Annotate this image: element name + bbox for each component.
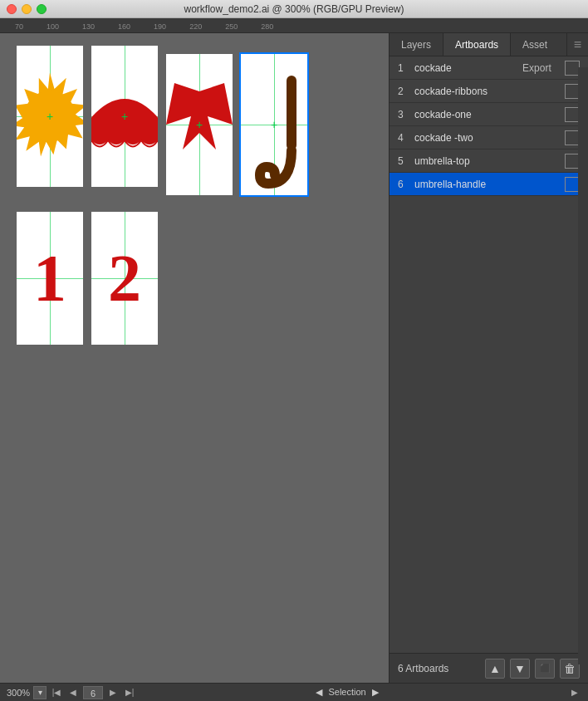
list-item-1[interactable]: 1 cockade [390, 56, 588, 80]
tab-layers[interactable]: Layers [390, 33, 443, 56]
list-item-3[interactable]: 3 cockade-one [390, 103, 588, 126]
move-up-button[interactable]: ▲ [485, 659, 505, 679]
bottom-right-controls: ▶ [558, 686, 581, 699]
last-artboard-button[interactable]: ▶| [123, 686, 136, 699]
close-button[interactable] [7, 4, 17, 14]
next-artboard-button[interactable]: ▶ [106, 686, 120, 699]
status-arrow-right[interactable]: ▶ [372, 687, 379, 697]
titlebar: workflow_demo2.ai @ 300% (RGB/GPU Previe… [0, 0, 588, 18]
artboard-number-display[interactable]: 6 [83, 686, 103, 699]
selection-label: ◀ Selection ▶ [140, 687, 555, 698]
maximize-button[interactable] [37, 4, 47, 14]
artboard-count: 6 Artboards [398, 663, 480, 674]
tab-artboards[interactable]: Artboards [443, 33, 511, 56]
artboard-cockade[interactable]: + [17, 46, 83, 187]
tab-asset-export[interactable]: Asset Export [511, 33, 567, 56]
crosshair-center: + [121, 110, 128, 122]
artboard-umbrella-top[interactable]: + [91, 46, 158, 187]
first-artboard-button[interactable]: |◀ [50, 686, 63, 699]
crosshair-center: + [196, 119, 203, 130]
artboard-cockade-one[interactable]: 1 [17, 212, 83, 345]
right-panel: Layers Artboards Asset Export ≡ 1 cockad… [389, 33, 588, 683]
move-down-button[interactable]: ▼ [510, 659, 530, 679]
prev-artboard-button[interactable]: ◀ [66, 686, 80, 699]
umbrella-top-svg [91, 74, 158, 174]
svg-rect-4 [287, 76, 296, 150]
status-arrow-left[interactable]: ◀ [316, 687, 322, 697]
panel-footer: 6 Artboards ▲ ▼ ⬛ 🗑 [390, 653, 588, 683]
artboard-list: 1 cockade 2 cockade-ribbons 3 cockade-on… [390, 56, 588, 653]
list-item-4[interactable]: 4 cockade -two [390, 126, 588, 150]
zoom-value: 300% [7, 688, 30, 698]
artboard-umbrella-handle[interactable]: + [241, 54, 307, 195]
ruler-top: 70 100 130 160 190 220 250 280 [0, 18, 588, 33]
panel-menu-icon[interactable]: ≡ [567, 33, 588, 56]
options-button[interactable]: ⬛ [535, 659, 555, 679]
delete-button[interactable]: 🗑 [560, 659, 580, 679]
right-scrollbar[interactable] [578, 67, 588, 664]
scroll-right-button[interactable]: ▶ [568, 686, 581, 699]
panel-tabs: Layers Artboards Asset Export ≡ [390, 33, 588, 56]
number-one: 1 [33, 241, 66, 316]
window-title: workflow_demo2.ai @ 300% (RGB/GPU Previe… [184, 3, 404, 15]
artboards-grid: + + [17, 42, 380, 353]
traffic-lights [7, 4, 47, 14]
list-item-6[interactable]: 6 umbrella-handle [390, 173, 588, 196]
zoom-display: 300% ▾ [7, 686, 47, 699]
number-two: 2 [108, 241, 141, 316]
zoom-dropdown-button[interactable]: ▾ [33, 686, 47, 699]
crosshair-center: + [271, 119, 277, 130]
svg-marker-3 [199, 83, 233, 150]
selection-text: Selection [328, 687, 365, 697]
handle-svg [252, 76, 307, 192]
canvas-area[interactable]: + + [0, 33, 389, 683]
crosshair-center: + [47, 110, 53, 122]
artboard-cockade-two[interactable]: 2 [91, 212, 158, 345]
bottom-bar: 300% ▾ |◀ ◀ 6 ▶ ▶| ◀ Selection ▶ ▶ [0, 683, 588, 701]
list-item-2[interactable]: 2 cockade-ribbons [390, 80, 588, 103]
minimize-button[interactable] [22, 4, 32, 14]
svg-marker-2 [166, 83, 199, 150]
artboard-cockade-ribbons[interactable]: + [166, 54, 233, 195]
main-area: + + [0, 33, 588, 683]
list-item-5[interactable]: 5 umbrella-top [390, 150, 588, 173]
